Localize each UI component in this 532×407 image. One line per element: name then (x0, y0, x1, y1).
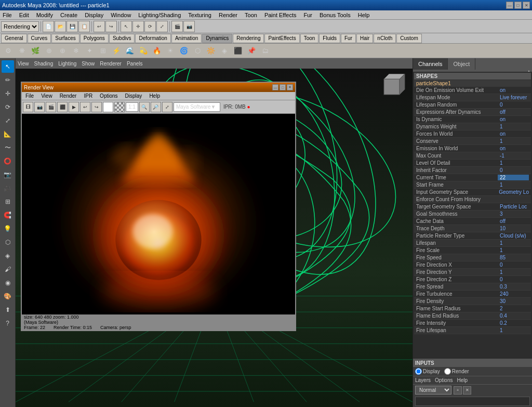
save-as-btn[interactable]: 📋 (78, 21, 90, 32)
object-tab[interactable]: Object (448, 58, 475, 70)
particles-icon-2[interactable]: ❋ (16, 45, 28, 57)
menu-item-bonus tools[interactable]: Bonus Tools (318, 12, 352, 18)
ch-value[interactable]: 22 (498, 175, 529, 180)
save-btn[interactable]: 💾 (66, 21, 78, 32)
shading-menu[interactable]: Shading (34, 61, 54, 67)
particles-icon-18[interactable]: ⬛ (232, 45, 244, 57)
particles-icon-20[interactable]: 🗂 (259, 45, 271, 57)
rv-stop-btn[interactable]: ⬛ (57, 102, 68, 112)
particles-icon-10[interactable]: 🌊 (124, 45, 136, 57)
new-btn[interactable]: 📄 (43, 21, 54, 32)
open-btn[interactable]: 📂 (55, 21, 66, 32)
lasso-tool[interactable]: ⭕ (2, 155, 14, 167)
particles-icon-14[interactable]: 🌀 (178, 45, 190, 57)
ctx-tab-ncloth[interactable]: nCloth (374, 34, 396, 43)
particles-icon-16[interactable]: 🔆 (205, 45, 217, 57)
render-radio-label[interactable]: Render (444, 368, 469, 375)
ctx-tab-subdivs[interactable]: Subdivs (109, 34, 135, 43)
maximize-button[interactable]: □ (514, 2, 522, 9)
select-tool[interactable]: ↖ (2, 60, 14, 73)
menu-item-edit[interactable]: Edit (18, 12, 31, 18)
particles-icon-12[interactable]: 🔥 (151, 45, 163, 57)
measure-tool[interactable]: 📐 (2, 128, 14, 140)
ctx-tab-rendering[interactable]: Rendering (233, 34, 264, 43)
layers-menu[interactable]: Layers (415, 377, 431, 383)
menu-item-file[interactable]: File (1, 12, 14, 18)
snap-tool[interactable]: 🧲 (2, 209, 14, 221)
layers-dropdown[interactable]: Normal Template Reference (415, 386, 451, 395)
rv-zoom-in-btn[interactable]: 🔍 (139, 102, 150, 112)
close-button[interactable]: ✕ (523, 2, 530, 9)
rv-close-btn[interactable]: ✕ (287, 84, 293, 90)
render-btn[interactable]: 🎬 (171, 21, 183, 32)
soft-tool[interactable]: ◉ (2, 277, 14, 289)
menu-item-texturing[interactable]: Texturing (187, 12, 213, 18)
ctx-tab-dynamics[interactable]: Dynamics (202, 34, 232, 43)
menu-item-lighting/shading[interactable]: Lighting/Shading (137, 12, 182, 18)
ctx-tab-curves[interactable]: Curves (28, 34, 51, 43)
rv-play-btn[interactable]: ▶ (69, 102, 79, 112)
menu-item-toon[interactable]: Toon (243, 12, 259, 18)
ctx-tab-deformation[interactable]: Deformation (135, 34, 170, 43)
menu-item-render[interactable]: Render (217, 12, 239, 18)
show-menu[interactable]: Show (82, 61, 95, 67)
rotate-tool[interactable]: ⟳ (2, 101, 14, 113)
particles-icon-11[interactable]: 💫 (137, 45, 150, 57)
rv-file-menu[interactable]: File (24, 93, 35, 99)
panels-menu[interactable]: Panels (127, 61, 143, 67)
particles-icon-4[interactable]: ⊕ (43, 45, 55, 57)
ctx-tab-general[interactable]: General (1, 34, 27, 43)
particles-icon-8[interactable]: ⊞ (97, 45, 109, 57)
arrow-tool[interactable]: ⬆ (2, 304, 14, 316)
particles-icon-15[interactable]: ⬡ (191, 45, 204, 57)
rv-white-btn[interactable] (103, 102, 113, 112)
render-tool[interactable]: 🎥 (2, 182, 14, 194)
scale-tool[interactable]: ⤢ (2, 114, 14, 127)
paint2-tool[interactable]: 🎨 (2, 290, 14, 303)
material-tool[interactable]: ⬡ (2, 236, 14, 248)
mode-dropdown[interactable]: Rendering (1, 21, 39, 32)
ctx-tab-hair[interactable]: Hair (356, 34, 373, 43)
particles-icon-13[interactable]: ☀ (164, 45, 177, 57)
rv-cam-btn[interactable]: 📷 (34, 102, 45, 112)
rv-display-menu[interactable]: Display (124, 93, 144, 99)
view-menu[interactable]: View (18, 61, 29, 67)
rv-max-btn[interactable]: □ (280, 84, 286, 90)
curve-tool[interactable]: 〜 (2, 141, 14, 154)
ctx-tab-painteffects[interactable]: PaintEffects (264, 34, 299, 43)
ctx-tab-animation[interactable]: Animation (171, 34, 202, 43)
minimize-button[interactable]: — (506, 2, 513, 9)
snapshot-btn[interactable]: 📷 (183, 21, 195, 32)
redo-btn[interactable]: ↪ (105, 21, 117, 32)
particles-icon-3[interactable]: 🌿 (29, 45, 42, 57)
camera-tool[interactable]: 📷 (2, 168, 14, 181)
paint-tool[interactable]: ✏ (2, 74, 14, 86)
rv-help-menu[interactable]: Help (148, 93, 162, 99)
particles-icon-17[interactable]: ◈ (218, 45, 231, 57)
rv-undo-btn[interactable]: ↩ (80, 102, 90, 112)
renderer-menu[interactable]: Renderer (100, 61, 122, 67)
help-menu-layers[interactable]: Help (457, 377, 468, 383)
ctx-tab-toon[interactable]: Toon (300, 34, 319, 43)
rv-render-menu[interactable]: Render (58, 93, 78, 99)
particles-icon-9[interactable]: ⚡ (110, 45, 123, 57)
particles-icon-19[interactable]: 📌 (245, 45, 258, 57)
menu-item-display[interactable]: Display (83, 12, 105, 18)
particles-icon-5[interactable]: ⊕ (56, 45, 69, 57)
particles-icon-6[interactable]: ❄ (70, 45, 82, 57)
rv-zoom-out-btn[interactable]: 🔎 (151, 102, 161, 112)
rotate-btn[interactable]: ⟳ (144, 21, 156, 32)
rv-checker-btn[interactable] (114, 102, 125, 112)
menu-item-help[interactable]: Help (356, 12, 371, 18)
rv-min-btn[interactable]: — (272, 84, 278, 90)
particles-icon-7[interactable]: ✦ (83, 45, 96, 57)
grid-tool[interactable]: ⊞ (2, 195, 14, 208)
menu-item-paint effects[interactable]: Paint Effects (263, 12, 298, 18)
display-radio[interactable] (415, 368, 422, 375)
channels-tab[interactable]: Channels (413, 58, 448, 70)
particles-icon-1[interactable]: ⚙ (2, 45, 15, 57)
light-tool[interactable]: 💡 (2, 222, 14, 235)
ctx-tab-fur[interactable]: Fur (341, 34, 356, 43)
ctx-tab-surfaces[interactable]: Surfaces (51, 34, 79, 43)
ctx-tab-polygons[interactable]: Polygons (80, 34, 109, 43)
